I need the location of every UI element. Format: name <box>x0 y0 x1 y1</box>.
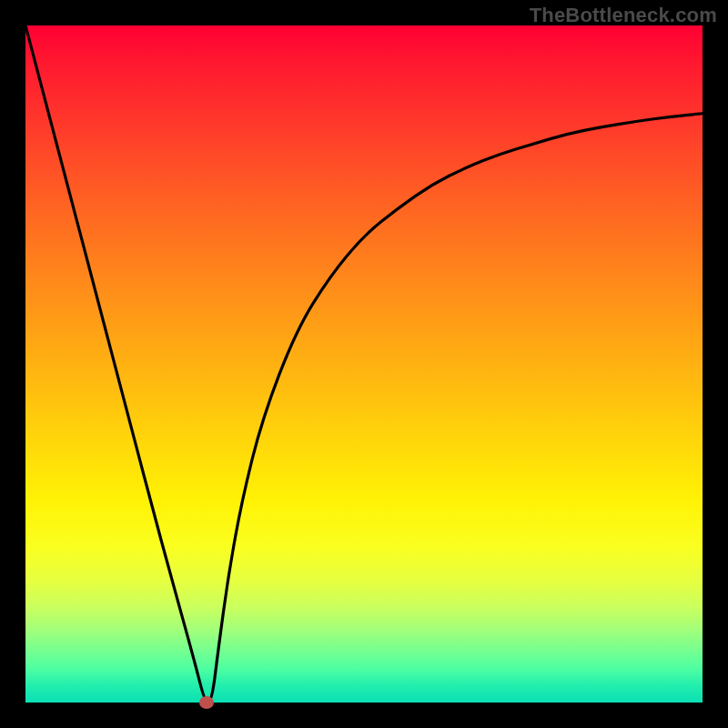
chart-frame: TheBottleneck.com <box>0 0 728 728</box>
plot-area <box>25 25 703 703</box>
curve-path <box>25 25 703 703</box>
optimal-point-marker <box>199 696 214 709</box>
bottleneck-curve <box>25 25 703 703</box>
watermark-text: TheBottleneck.com <box>530 4 717 27</box>
